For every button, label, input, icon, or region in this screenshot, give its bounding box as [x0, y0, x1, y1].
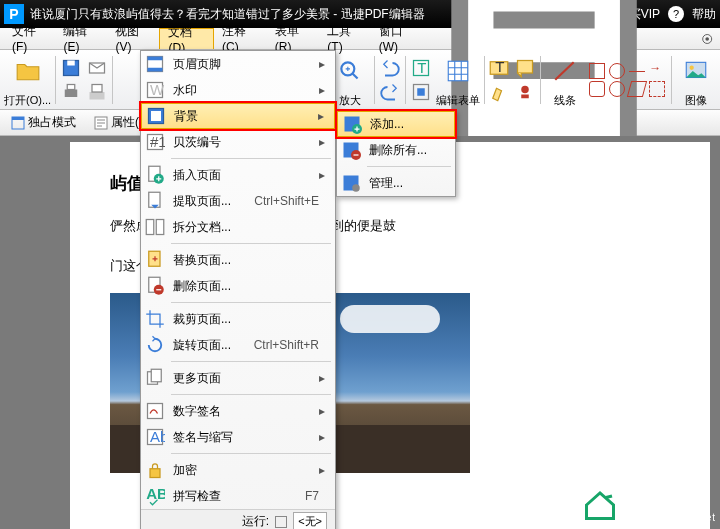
- chevron-right-icon: ▸: [319, 135, 327, 149]
- standalone-mode-button[interactable]: 独占模式: [4, 111, 83, 134]
- menu-window[interactable]: 窗口(W): [371, 28, 426, 49]
- svg-rect-27: [148, 57, 163, 61]
- svg-rect-6: [67, 84, 75, 89]
- line-shape[interactable]: [629, 71, 645, 72]
- highlight-icon[interactable]: [488, 81, 510, 103]
- menu-watermark[interactable]: W水印▸: [141, 77, 335, 103]
- submenu-delete-all[interactable]: 删除所有...: [337, 137, 455, 163]
- svg-text:T: T: [496, 58, 505, 75]
- stamp-icon[interactable]: [514, 81, 536, 103]
- svg-point-2: [705, 37, 709, 41]
- form-table-button[interactable]: 编辑表单: [436, 51, 480, 108]
- split-icon: [145, 217, 165, 237]
- ellipse-shape[interactable]: [609, 81, 625, 97]
- text-edit-icon[interactable]: T: [410, 57, 432, 79]
- menu-crop-page[interactable]: 裁剪页面...: [141, 306, 335, 332]
- delete-page-icon: [145, 276, 165, 296]
- delete-all-icon: [341, 140, 361, 160]
- open-button[interactable]: 打开(O)...: [4, 51, 51, 108]
- note-icon[interactable]: [514, 57, 536, 79]
- svg-rect-24: [12, 117, 24, 120]
- menu-view[interactable]: 视图(V): [107, 28, 159, 49]
- house-icon: [582, 487, 618, 523]
- separator: [671, 56, 672, 104]
- watermark-icon: W: [145, 80, 165, 100]
- menu-bates[interactable]: #1贝茨编号▸: [141, 129, 335, 155]
- circle-shape[interactable]: [609, 63, 625, 79]
- separator: [367, 166, 451, 167]
- menu-tools[interactable]: 工具(T): [319, 28, 370, 49]
- chevron-right-icon: ▸: [319, 168, 327, 182]
- header-footer-icon: [145, 54, 165, 74]
- image-button[interactable]: 图像: [676, 51, 716, 108]
- menu-replace-page[interactable]: 替换页面...: [141, 247, 335, 273]
- svg-rect-28: [148, 68, 163, 72]
- site-watermark: 系统之家 XiTongZhiJia.Net: [582, 487, 716, 523]
- rect-shape[interactable]: [589, 63, 605, 79]
- submenu-manage[interactable]: 管理...: [337, 170, 455, 196]
- menu-insert-page[interactable]: 插入页面▸: [141, 162, 335, 188]
- scan-icon[interactable]: [86, 81, 108, 103]
- submenu-add[interactable]: 添加...: [337, 111, 455, 137]
- undo-icon[interactable]: [379, 57, 401, 79]
- menu-header-footer[interactable]: 页眉页脚▸: [141, 51, 335, 77]
- menu-more-pages[interactable]: 更多页面▸: [141, 365, 335, 391]
- chevron-right-icon: ▸: [318, 109, 326, 123]
- menu-file[interactable]: 文件(F): [4, 28, 55, 49]
- extract-icon: [145, 191, 165, 211]
- save-icon[interactable]: [60, 57, 82, 79]
- menu-background[interactable]: 背景▸: [141, 103, 335, 129]
- svg-rect-38: [146, 220, 154, 235]
- svg-point-22: [690, 66, 694, 70]
- manage-icon: [341, 173, 361, 193]
- app-name: 迅捷PDF编辑器: [341, 7, 425, 21]
- lines-button[interactable]: 线条: [545, 51, 585, 108]
- menu-digital-sign[interactable]: 数字签名▸: [141, 398, 335, 424]
- roundrect-shape[interactable]: [589, 81, 605, 97]
- cloud-shape[interactable]: [649, 81, 665, 97]
- object-edit-icon[interactable]: [410, 81, 432, 103]
- properties-icon: [94, 116, 108, 130]
- menu-spellcheck[interactable]: ABC拼写检查F7: [141, 483, 335, 509]
- svg-rect-39: [156, 220, 164, 235]
- svg-text:ABC: ABC: [146, 486, 165, 502]
- separator: [484, 56, 485, 104]
- mail-icon[interactable]: [86, 57, 108, 79]
- menu-rotate-page[interactable]: 旋转页面...Ctrl+Shift+R: [141, 332, 335, 358]
- svg-point-19: [522, 85, 530, 93]
- print-icon[interactable]: [60, 81, 82, 103]
- svg-rect-18: [518, 60, 533, 73]
- background-submenu: 添加... 删除所有... 管理...: [336, 110, 456, 197]
- menu-extract-page[interactable]: 提取页面...Ctrl+Shift+E: [141, 188, 335, 214]
- svg-rect-8: [89, 92, 104, 100]
- menu-sign-initials[interactable]: Ab签名与缩写▸: [141, 424, 335, 450]
- run-select[interactable]: <无>: [293, 512, 327, 529]
- menu-edit[interactable]: 编辑(E): [55, 28, 107, 49]
- settings-icon[interactable]: [700, 31, 714, 47]
- redo-icon[interactable]: [379, 81, 401, 103]
- separator: [171, 158, 331, 159]
- svg-text:#1: #1: [150, 133, 165, 150]
- menu-bar: 文件(F) 编辑(E) 视图(V) 文档(D) 注释(C) 表单(R) 工具(T…: [0, 28, 720, 50]
- svg-rect-9: [92, 84, 102, 92]
- separator: [112, 56, 113, 104]
- rotate-icon: [145, 335, 165, 355]
- svg-text:Ab: Ab: [150, 428, 165, 445]
- arrow-shape[interactable]: [649, 63, 665, 79]
- separator: [171, 243, 331, 244]
- svg-rect-5: [65, 89, 78, 97]
- menu-delete-page[interactable]: 删除页面...: [141, 273, 335, 299]
- text-box-icon[interactable]: T: [488, 57, 510, 79]
- menu-split[interactable]: 拆分文档...: [141, 214, 335, 240]
- chevron-right-icon: ▸: [319, 463, 327, 477]
- polygon-shape[interactable]: [627, 81, 647, 97]
- checkbox[interactable]: [275, 516, 287, 528]
- svg-text:W: W: [150, 81, 165, 98]
- separator: [55, 56, 56, 104]
- menu-annotate[interactable]: 注释(C): [214, 28, 267, 49]
- menu-document[interactable]: 文档(D): [159, 28, 214, 49]
- separator: [171, 453, 331, 454]
- menu-encrypt[interactable]: 加密▸: [141, 457, 335, 483]
- menu-form[interactable]: 表单(R): [267, 28, 320, 49]
- chevron-right-icon: ▸: [319, 430, 327, 444]
